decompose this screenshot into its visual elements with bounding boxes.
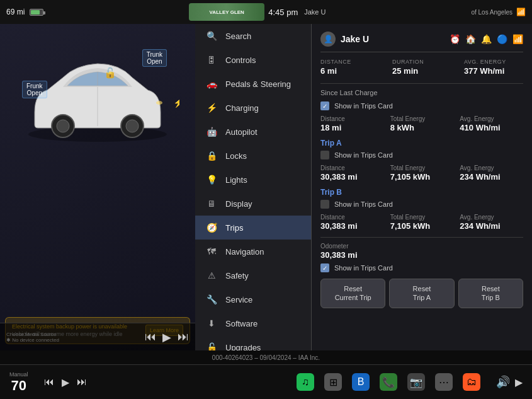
autopilot-icon: 🤖 — [205, 127, 218, 137]
tb-energy-label: Total Energy — [390, 214, 454, 221]
sidebar-item-trips[interactable]: 🧭Trips — [195, 216, 311, 240]
slc-energy-value: 8 kWh — [390, 123, 454, 132]
slc-distance-value: 18 mi — [320, 123, 384, 132]
alarm-icon: ⏰ — [450, 34, 460, 44]
tb-total-energy: Total Energy 7,105 kWh — [390, 214, 454, 231]
status-icons: of Los Angeles 📶 — [471, 8, 526, 16]
since-last-charge-checkbox-row[interactable]: Show in Trips Card — [320, 101, 523, 110]
media-bar: Choose Media Source ✱ No device connecte… — [0, 323, 195, 350]
top-status-bar: 69 mi 4:45 pm Jake U of Los Angeles 📶 — [0, 0, 532, 24]
grid-icon[interactable]: ⊞ — [324, 373, 342, 391]
odo-value: 30,383 mi — [320, 250, 358, 260]
svg-point-0 — [28, 127, 167, 142]
sidebar-item-label-autopilot: Autopilot — [225, 127, 258, 137]
taskbar-play-button[interactable]: ▶ — [62, 376, 69, 388]
speed-display-area: Manual 70 — [9, 371, 28, 393]
reset-trip-b-button[interactable]: Reset Trip B — [458, 279, 523, 308]
menu-panel: 🔍Search🎛Controls🚗Pedals & Steering⚡Charg… — [195, 24, 312, 350]
map-preview[interactable] — [189, 3, 264, 21]
sidebar-item-navigation[interactable]: 🗺Navigation — [195, 240, 311, 263]
car-panel: ⚡ Trunk Open Frunk Open 🔓 Electrical sys… — [0, 24, 195, 350]
play-pause-button[interactable]: ▶ — [162, 330, 171, 344]
volume-icon[interactable]: 🔊 — [496, 375, 510, 389]
trip-b-data: Distance 30,383 mi Total Energy 7,105 kW… — [320, 214, 523, 231]
sidebar-item-charging[interactable]: ⚡Charging — [195, 96, 311, 120]
ta-energy-value: 7,105 kWh — [390, 172, 454, 182]
trip-a-checkbox[interactable] — [320, 151, 329, 159]
home-icon: 🏠 — [465, 34, 476, 44]
tb-energy-value: 7,105 kWh — [390, 221, 454, 231]
more-icon[interactable]: ⋯ — [435, 373, 453, 391]
distance-label: Distance — [320, 59, 380, 65]
reset-current-trip-button[interactable]: Reset Current Trip — [320, 279, 385, 308]
odo-checkbox-row[interactable]: Show in Trips Card — [320, 263, 523, 272]
taskbar-next-button[interactable]: ⏭ — [77, 376, 87, 388]
sidebar-item-label-lights: Lights — [225, 175, 247, 185]
car-visual: ⚡ Trunk Open Frunk Open 🔓 — [0, 43, 195, 156]
sidebar-item-safety[interactable]: ⚠Safety — [195, 263, 311, 287]
media-sub-label: ✱ No device connected — [6, 337, 59, 343]
spotify-icon[interactable]: ♫ — [297, 373, 314, 391]
sidebar-item-display[interactable]: 🖥Display — [195, 192, 311, 216]
duration-label: Duration — [392, 59, 451, 65]
slc-energy-label: Total Energy — [390, 115, 454, 122]
slc-avg-value: 410 Wh/mi — [460, 123, 523, 132]
phone-icon[interactable]: 📞 — [380, 373, 397, 391]
sidebar-item-service[interactable]: 🔧Service — [195, 287, 311, 311]
reset-trip-a-button[interactable]: Reset Trip A — [389, 279, 454, 308]
time-display: 4:45 pm — [268, 8, 298, 17]
tb-avg-label: Avg. Energy — [460, 214, 523, 221]
trip-a-checkbox-label: Show in Trips Card — [334, 151, 393, 159]
camera-icon[interactable]: 📷 — [407, 373, 425, 391]
bluetooth-app-icon[interactable]: B — [352, 373, 370, 391]
safety-icon: ⚠ — [205, 270, 218, 280]
sidebar-item-pedals[interactable]: 🚗Pedals & Steering — [195, 72, 311, 96]
slc-distance: Distance 18 mi — [320, 115, 384, 132]
trip-b-checkbox-row[interactable]: Show in Trips Card — [320, 200, 523, 209]
pedals-icon: 🚗 — [205, 79, 218, 89]
trips-icon: 🧭 — [205, 223, 218, 233]
taskbar: Manual 70 ⏮ ▶ ⏭ ♫ ⊞ B 📞 📷 ⋯ 🗂 🔊 ▶ — [0, 364, 532, 399]
ta-avg-label: Avg. Energy — [460, 165, 523, 171]
trip-a-checkbox-row[interactable]: Show in Trips Card — [320, 151, 523, 159]
trip-a-header: Trip A — [320, 139, 523, 147]
sidebar-item-label-service: Service — [225, 295, 252, 304]
ta-total-energy: Total Energy 7,105 kWh — [390, 165, 454, 182]
sidebar-item-label-locks: Locks — [225, 151, 247, 161]
apps-icon[interactable]: 🗂 — [463, 373, 480, 391]
divider-1 — [320, 83, 523, 84]
taskbar-prev-button[interactable]: ⏮ — [44, 376, 54, 388]
prev-track-button[interactable]: ⏮ — [145, 330, 156, 344]
expand-button[interactable]: ▶ — [515, 376, 523, 388]
odo-checkbox[interactable] — [320, 263, 329, 272]
ta-avg-energy: Avg. Energy 234 Wh/mi — [460, 165, 523, 182]
reset-buttons-row: Reset Current Trip Reset Trip A Reset Tr… — [320, 279, 523, 308]
odometer-item: Odometer 30,383 mi — [320, 243, 358, 260]
user-label: Jake U — [304, 8, 325, 16]
battery-text: 69 mi — [6, 8, 25, 16]
sidebar-item-upgrades[interactable]: 🔓Upgrades — [195, 335, 311, 350]
trip-a-data: Distance 30,383 mi Total Energy 7,105 kW… — [320, 165, 523, 182]
sidebar-item-search[interactable]: 🔍Search — [195, 24, 311, 48]
footer-bar: 000-40264023 – 09/04/2024 – IAA Inc. — [0, 350, 532, 364]
battery-fill — [31, 10, 40, 14]
next-track-button[interactable]: ⏭ — [178, 330, 189, 344]
sidebar-item-label-safety: Safety — [225, 271, 249, 280]
odo-checkbox-label: Show in Trips Card — [334, 264, 393, 272]
avg-energy-stat: Avg. Energy 377 Wh/mi — [464, 59, 523, 76]
bluetooth-icon: 🔵 — [497, 34, 507, 44]
sidebar-item-locks[interactable]: 🔒Locks — [195, 144, 311, 168]
sidebar-item-autopilot[interactable]: 🤖Autopilot — [195, 120, 311, 144]
tb-distance: Distance 30,383 mi — [320, 214, 384, 231]
trip-b-checkbox-label: Show in Trips Card — [334, 200, 393, 208]
speed-value: 70 — [11, 379, 26, 393]
signal-bars-icon: 📶 — [512, 34, 523, 44]
user-name: Jake U — [341, 34, 369, 44]
sidebar-item-software[interactable]: ⬇Software — [195, 311, 311, 335]
trip-b-checkbox[interactable] — [320, 200, 329, 209]
since-last-charge-checkbox[interactable] — [320, 101, 329, 110]
sidebar-item-lights[interactable]: 💡Lights — [195, 168, 311, 192]
avg-energy-value: 377 Wh/mi — [464, 66, 523, 76]
controls-icon: 🎛 — [205, 55, 218, 65]
sidebar-item-controls[interactable]: 🎛Controls — [195, 48, 311, 72]
